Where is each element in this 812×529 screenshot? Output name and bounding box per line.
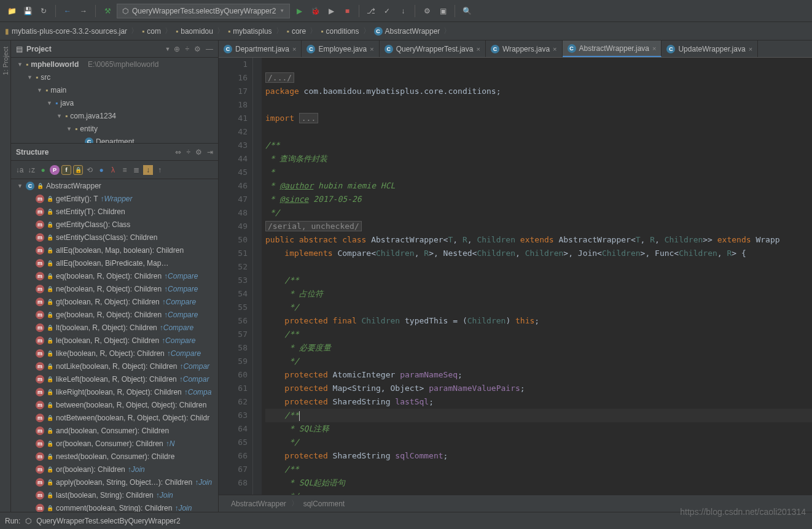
build-icon[interactable]: ⚒ xyxy=(101,4,114,18)
crumb-jar[interactable]: ▮mybatis-plus-core-3.3.2-sources.jar xyxy=(5,27,127,36)
method-icon: m xyxy=(36,465,44,474)
hide-icon[interactable]: — xyxy=(206,45,213,53)
method-icon: m xyxy=(36,478,44,487)
structure-method[interactable]: m🔒setEntity(T): Children xyxy=(11,205,218,218)
sort-icon[interactable]: ↓z xyxy=(26,165,36,175)
close-icon[interactable]: × xyxy=(652,45,656,52)
autoscroll-icon[interactable]: ↓ xyxy=(143,165,153,175)
expand-icon[interactable]: ≡ xyxy=(120,165,130,175)
lock-icon: 🔒 xyxy=(47,454,53,460)
update-icon[interactable]: ↓ xyxy=(396,4,410,18)
structure-method[interactable]: m🔒ne(boolean, R, Object): Children ↑Comp… xyxy=(11,282,218,295)
collapse-icon[interactable]: ÷ xyxy=(186,148,190,156)
vcs-icon[interactable]: ⎇ xyxy=(364,4,378,18)
structure-method[interactable]: m🔒like(boolean, R, Object): Children ↑Co… xyxy=(11,347,218,360)
structure-toolbar: ↓a ↓z ● P f 🔒 ⟲ ● λ ≡ ≣ ↓ ↑ xyxy=(11,161,218,179)
crumb-pkg[interactable]: ▪mybatisplus xyxy=(228,27,272,36)
structure-method[interactable]: m🔒ge(boolean, R, Object): Children ↑Comp… xyxy=(11,308,218,321)
autoscroll-from-icon[interactable]: ↑ xyxy=(155,165,165,175)
close-icon[interactable]: × xyxy=(292,45,296,53)
collapse-icon[interactable]: ≣ xyxy=(131,165,141,175)
close-icon[interactable]: × xyxy=(553,45,556,53)
structure-method[interactable]: m🔒getEntityClass(): Class xyxy=(11,218,218,231)
editor-tab[interactable]: CEmployee.java× xyxy=(302,41,379,57)
crumb-pkg[interactable]: ▪conditions xyxy=(321,27,359,36)
editor-tab[interactable]: CQueryWrapperTest.java× xyxy=(380,41,486,57)
visibility-icon[interactable]: ● xyxy=(38,165,48,175)
structure-method[interactable]: m🔒last(boolean, String): Children ↑Join xyxy=(11,488,218,501)
structure-method[interactable]: m🔒notBetween(boolean, R, Object, Object)… xyxy=(11,411,218,424)
project-stripe-button[interactable]: 1: Project xyxy=(0,41,11,512)
collapse-icon[interactable]: ÷ xyxy=(185,45,189,53)
editor-tab[interactable]: CDepartment.java× xyxy=(219,41,302,57)
lock-icon: 🔒 xyxy=(47,415,53,421)
structure-method[interactable]: m🔒or(boolean, Consumer): Children ↑N xyxy=(11,437,218,450)
fields-icon[interactable]: f xyxy=(61,165,71,175)
close-icon[interactable]: × xyxy=(370,45,373,53)
structure-method[interactable]: m🔒gt(boolean, R, Object): Children ↑Comp… xyxy=(11,295,218,308)
search-icon[interactable]: 🔍 xyxy=(460,4,474,18)
gear-icon[interactable]: ⚙ xyxy=(194,45,201,53)
method-icon: m xyxy=(36,259,44,268)
structure-method[interactable]: m🔒likeLeft(boolean, R, Object): Children… xyxy=(11,373,218,385)
sort-icon[interactable]: ↓a xyxy=(15,165,25,175)
structure-icon[interactable]: ▣ xyxy=(436,4,450,18)
editor-tab[interactable]: CAbstractWrapper.java× xyxy=(563,41,662,57)
settings-icon[interactable]: ⚙ xyxy=(420,4,434,18)
back-icon[interactable]: ← xyxy=(61,4,74,18)
run-tool-label[interactable]: Run: xyxy=(5,517,20,525)
coverage-icon[interactable]: ▶ xyxy=(324,4,338,18)
structure-method[interactable]: m🔒allEq(boolean, Map, boolean): Children xyxy=(11,244,218,257)
stop-icon[interactable]: ■ xyxy=(340,4,354,18)
expand-icon[interactable]: ⇔ xyxy=(175,148,181,156)
gear-icon[interactable]: ⚙ xyxy=(195,148,202,156)
run-icon[interactable]: ▶ xyxy=(292,4,306,18)
debug-icon[interactable]: 🐞 xyxy=(308,4,322,18)
structure-method[interactable]: m🔒setEntityClass(Class): Children xyxy=(11,231,218,244)
properties-icon[interactable]: P xyxy=(50,165,60,175)
structure-method[interactable]: m🔒le(boolean, R, Object): Children ↑Comp… xyxy=(11,334,218,347)
method-icon: m xyxy=(36,220,44,229)
structure-method[interactable]: m🔒eq(boolean, R, Object): Children ↑Comp… xyxy=(11,269,218,282)
structure-method[interactable]: m🔒nested(boolean, Consumer): Childre xyxy=(11,450,218,463)
structure-method[interactable]: m🔒or(boolean): Children ↑Join xyxy=(11,463,218,476)
lock-icon: 🔒 xyxy=(47,505,53,511)
structure-method[interactable]: m🔒likeRight(boolean, R, Object): Childre… xyxy=(11,385,218,398)
structure-method[interactable]: m🔒apply(boolean, String, Object…): Child… xyxy=(11,476,218,488)
interface-icon[interactable]: ● xyxy=(96,165,106,175)
lock-icon: 🔒 xyxy=(47,363,53,369)
structure-method[interactable]: m🔒getEntity(): T ↑Wrapper xyxy=(11,192,218,205)
run-config-combo[interactable]: ⬡QueryWrapperTest.selectByQueryWrapper2▼ xyxy=(117,4,290,18)
method-icon: m xyxy=(36,336,44,345)
editor-tab[interactable]: CUpdateWrapper.java× xyxy=(662,41,758,57)
crumb-class[interactable]: CAbstractWrapper xyxy=(374,27,440,36)
hide-icon[interactable]: ⇥ xyxy=(207,148,213,156)
structure-method[interactable]: m🔒notLike(boolean, R, Object): Children … xyxy=(11,360,218,373)
run-config-name[interactable]: QueryWrapperTest.selectByQueryWrapper2 xyxy=(36,517,180,525)
target-icon[interactable]: ⊕ xyxy=(174,45,180,53)
project-tree[interactable]: ▼▪mphelloworld E:\0065\mphelloworld ▼▪sr… xyxy=(11,58,218,144)
structure-method[interactable]: m🔒lt(boolean, R, Object): Children ↑Comp… xyxy=(11,321,218,334)
crumb-pkg[interactable]: ▪baomidou xyxy=(176,27,213,36)
sync-icon[interactable]: ↻ xyxy=(37,4,50,18)
open-icon[interactable]: 📁 xyxy=(5,4,18,18)
crumb-pkg[interactable]: ▪com xyxy=(142,27,161,36)
editor-tab[interactable]: CWrappers.java× xyxy=(486,41,563,57)
inherited-icon[interactable]: ⟲ xyxy=(85,165,95,175)
structure-method[interactable]: m🔒between(boolean, R, Object, Object): C… xyxy=(11,398,218,411)
code-editor[interactable]: 1161718414243444546474849505152535455565… xyxy=(219,58,812,495)
structure-method[interactable]: m🔒comment(boolean, String): Children ↑Jo… xyxy=(11,501,218,512)
lock-icon[interactable]: 🔒 xyxy=(73,165,83,175)
save-icon[interactable]: 💾 xyxy=(21,4,34,18)
structure-tree[interactable]: ▼C🔒AbstractWrapper m🔒getEntity(): T ↑Wra… xyxy=(11,179,218,512)
lock-icon: 🔒 xyxy=(47,312,53,318)
crumb-pkg[interactable]: ▪core xyxy=(287,27,306,36)
close-icon[interactable]: × xyxy=(476,45,480,53)
close-icon[interactable]: × xyxy=(749,45,752,53)
lambda-icon[interactable]: λ xyxy=(108,165,118,175)
method-icon: m xyxy=(36,427,44,435)
structure-method[interactable]: m🔒allEq(boolean, BiPredicate, Map… xyxy=(11,257,218,269)
structure-method[interactable]: m🔒and(boolean, Consumer): Children xyxy=(11,424,218,437)
commit-icon[interactable]: ✓ xyxy=(380,4,394,18)
forward-icon[interactable]: → xyxy=(77,4,90,18)
